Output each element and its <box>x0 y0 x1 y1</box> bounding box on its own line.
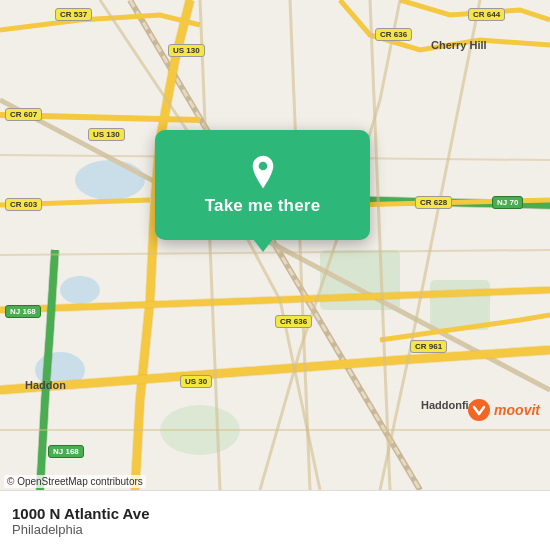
map-container: CR 537 CR 644 US 130 CR 636 Cherry Hill … <box>0 0 550 490</box>
take-me-there-button[interactable]: Take me there <box>205 196 321 216</box>
bottom-info-bar: 1000 N Atlantic Ave Philadelphia <box>0 490 550 550</box>
label-cr961: CR 961 <box>410 340 447 353</box>
label-nj70: NJ 70 <box>492 196 523 209</box>
svg-line-20 <box>370 0 390 490</box>
svg-point-0 <box>75 160 145 200</box>
moovit-icon <box>467 398 491 422</box>
svg-rect-4 <box>430 280 490 330</box>
location-popup: Take me there <box>155 130 370 240</box>
location-pin-icon <box>245 154 281 190</box>
map-attribution: © OpenStreetMap contributors <box>4 475 146 488</box>
label-cr644: CR 644 <box>468 8 505 21</box>
label-haddon: Haddon <box>22 378 69 392</box>
label-us30: US 30 <box>180 375 212 388</box>
label-us130-top: US 130 <box>168 44 205 57</box>
moovit-text: moovit <box>494 402 540 418</box>
label-nj168-btm: NJ 168 <box>48 445 84 458</box>
city-line: Philadelphia <box>12 522 538 537</box>
svg-point-2 <box>60 276 100 304</box>
label-us130-mid: US 130 <box>88 128 125 141</box>
svg-point-24 <box>258 162 267 171</box>
label-cherry-hill: Cherry Hill <box>428 38 490 52</box>
svg-point-25 <box>468 399 490 421</box>
label-cr607: CR 607 <box>5 108 42 121</box>
address-line: 1000 N Atlantic Ave <box>12 505 538 522</box>
label-nj168: NJ 168 <box>5 305 41 318</box>
label-cr628: CR 628 <box>415 196 452 209</box>
label-cr603: CR 603 <box>5 198 42 211</box>
moovit-branding: moovit <box>467 398 540 422</box>
svg-line-19 <box>290 0 310 490</box>
label-cr537: CR 537 <box>55 8 92 21</box>
label-cr636-top: CR 636 <box>375 28 412 41</box>
label-cr636-bot: CR 636 <box>275 315 312 328</box>
